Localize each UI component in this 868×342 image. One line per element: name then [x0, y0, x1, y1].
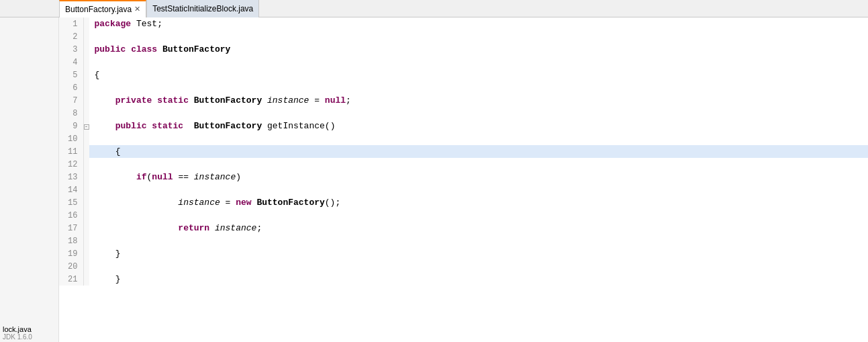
table-row: 20 — [59, 260, 868, 273]
code-line-content[interactable] — [89, 107, 868, 120]
fold-marker — [83, 94, 89, 107]
fold-marker — [83, 69, 89, 81]
code-line-content[interactable] — [89, 81, 868, 94]
fold-marker — [83, 158, 89, 171]
fold-marker — [83, 56, 89, 69]
table-row: 1package Test; — [59, 17, 868, 30]
code-line-content[interactable]: public class ButtonFactory — [89, 43, 868, 56]
line-number: 14 — [59, 183, 83, 196]
filename-label: lock.java — [3, 325, 56, 333]
code-line-content[interactable] — [89, 209, 868, 222]
code-line-content[interactable] — [89, 132, 868, 145]
line-number: 4 — [59, 56, 83, 69]
code-line-content[interactable]: return instance; — [89, 222, 868, 234]
tab-close-button-factory[interactable]: ✕ — [134, 5, 140, 13]
table-row: 10 — [59, 132, 868, 145]
fold-marker — [83, 273, 89, 286]
tab-test-static[interactable]: TestStaticInitializeBlock.java — [146, 0, 259, 17]
line-number: 3 — [59, 43, 83, 56]
code-line-content[interactable]: private static ButtonFactory instance = … — [89, 94, 868, 107]
fold-marker — [83, 234, 89, 247]
table-row: 13 if(null == instance) — [59, 171, 868, 183]
editor-wrapper: lock.java JDK 1.6.0 1package Test;23publ… — [0, 17, 868, 342]
fold-marker — [83, 17, 89, 30]
fold-marker — [83, 260, 89, 273]
table-row: 12 — [59, 158, 868, 171]
code-line-content[interactable] — [89, 56, 868, 69]
code-line-content[interactable]: public static ButtonFactory getInstance(… — [89, 120, 868, 132]
code-line-content[interactable]: instance = new ButtonFactory(); — [89, 196, 868, 209]
fold-marker — [83, 81, 89, 94]
left-gutter: lock.java JDK 1.6.0 — [0, 17, 59, 342]
tab-label-button-factory: ButtonFactory.java — [65, 5, 132, 14]
code-area[interactable]: 1package Test;23public class ButtonFacto… — [59, 17, 868, 342]
table-row: 18 — [59, 234, 868, 247]
code-line-content[interactable] — [89, 234, 868, 247]
code-line-content[interactable] — [89, 183, 868, 196]
fold-marker — [83, 196, 89, 209]
code-table: 1package Test;23public class ButtonFacto… — [59, 17, 868, 286]
table-row: 8 — [59, 107, 868, 120]
table-row: 2 — [59, 30, 868, 43]
fold-marker — [83, 171, 89, 183]
code-line-content[interactable] — [89, 158, 868, 171]
line-number: 18 — [59, 234, 83, 247]
line-number: 1 — [59, 17, 83, 30]
line-number: 17 — [59, 222, 83, 234]
tab-button-factory[interactable]: ButtonFactory.java ✕ — [59, 0, 146, 17]
line-number: 21 — [59, 273, 83, 286]
fold-marker — [83, 183, 89, 196]
line-number: 6 — [59, 81, 83, 94]
line-number: 2 — [59, 30, 83, 43]
code-line-content[interactable] — [89, 30, 868, 43]
bottom-info: lock.java JDK 1.6.0 — [0, 324, 58, 342]
table-row: 4 — [59, 56, 868, 69]
line-number: 11 — [59, 145, 83, 158]
line-number: 15 — [59, 196, 83, 209]
fold-marker — [83, 43, 89, 56]
table-row: 19 } — [59, 247, 868, 260]
line-number: 13 — [59, 171, 83, 183]
fold-marker — [83, 247, 89, 260]
line-number: 9 — [59, 120, 83, 132]
table-row: 16 — [59, 209, 868, 222]
line-number: 7 — [59, 94, 83, 107]
fold-marker — [83, 209, 89, 222]
code-line-content[interactable]: if(null == instance) — [89, 171, 868, 183]
table-row: 7 private static ButtonFactory instance … — [59, 94, 868, 107]
fold-marker — [83, 132, 89, 145]
tab-bar: ButtonFactory.java ✕ TestStaticInitializ… — [0, 0, 868, 17]
line-number: 5 — [59, 69, 83, 81]
fold-marker[interactable]: - — [83, 120, 89, 132]
table-row: 17 return instance; — [59, 222, 868, 234]
fold-marker — [83, 222, 89, 234]
code-line-content[interactable]: } — [89, 273, 868, 286]
fold-marker — [83, 107, 89, 120]
table-row: 6 — [59, 81, 868, 94]
code-line-content[interactable]: package Test; — [89, 17, 868, 30]
line-number: 8 — [59, 107, 83, 120]
table-row: 14 — [59, 183, 868, 196]
line-number: 16 — [59, 209, 83, 222]
code-line-content[interactable]: } — [89, 247, 868, 260]
tab-label-test-static: TestStaticInitializeBlock.java — [152, 4, 253, 13]
line-number: 19 — [59, 247, 83, 260]
code-line-content[interactable]: { — [89, 69, 868, 81]
line-number: 12 — [59, 158, 83, 171]
fold-icon[interactable]: - — [84, 124, 89, 130]
table-row: 9- public static ButtonFactory getInstan… — [59, 120, 868, 132]
fold-marker — [83, 30, 89, 43]
line-number: 10 — [59, 132, 83, 145]
code-line-content[interactable] — [89, 260, 868, 273]
table-row: 21 } — [59, 273, 868, 286]
table-row: 3public class ButtonFactory — [59, 43, 868, 56]
table-row: 5{ — [59, 69, 868, 81]
jdk-label: JDK 1.6.0 — [3, 333, 56, 341]
line-number: 20 — [59, 260, 83, 273]
table-row: 11 { — [59, 145, 868, 158]
code-line-content[interactable]: { — [89, 145, 868, 158]
fold-marker — [83, 145, 89, 158]
table-row: 15 instance = new ButtonFactory(); — [59, 196, 868, 209]
